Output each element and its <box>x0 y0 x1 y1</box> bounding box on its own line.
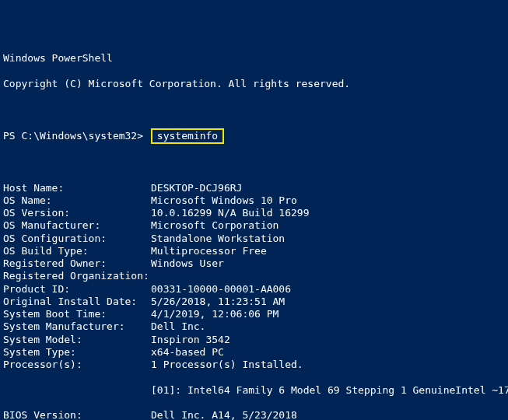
processor-detail: [01]: Intel64 Family 6 Model 69 Stepping… <box>3 384 508 397</box>
output-row: Original Install Date:5/26/2018, 11:23:5… <box>3 296 505 308</box>
output-row: BIOS Version:Dell Inc. A14, 5/23/2018 <box>3 409 505 420</box>
output-row: OS Build Type:Multiprocessor Free <box>3 245 505 257</box>
output-label: Original Install Date: <box>3 296 151 308</box>
output-label: System Model: <box>3 334 151 346</box>
output-label: Registered Owner: <box>3 257 151 270</box>
output-label: Processor(s): <box>3 359 151 371</box>
output-label: BIOS Version: <box>3 409 151 420</box>
output-value: DESKTOP-DCJ96RJ <box>151 182 242 194</box>
output-value: Microsoft Corporation <box>151 219 279 231</box>
output-label: Host Name: <box>3 182 151 194</box>
output-row: Processor(s):1 Processor(s) Installed. <box>3 359 505 371</box>
blank-line <box>3 156 505 169</box>
output-row: System Model:Inspiron 3542 <box>3 334 505 346</box>
output-label: OS Manufacturer: <box>3 219 151 232</box>
prompt-prefix: PS C:\Windows\system32> <box>3 130 149 142</box>
output-row: Registered Owner:Windows User <box>3 257 505 270</box>
output-value: 5/26/2018, 11:23:51 AM <box>151 296 285 307</box>
ps-title: Windows PowerShell <box>3 52 505 65</box>
output-value: x64-based PC <box>151 346 224 358</box>
output-row: System Type:x64-based PC <box>3 346 505 359</box>
output-value: Windows User <box>151 257 224 269</box>
output-row: OS Manufacturer:Microsoft Corporation <box>3 219 505 232</box>
output-label: System Manufacturer: <box>3 320 151 333</box>
output-value: 00331-10000-00001-AA006 <box>151 283 291 295</box>
output-value: Standalone Workstation <box>151 233 285 244</box>
output-value: Inspiron 3542 <box>151 334 230 345</box>
output-label: System Boot Time: <box>3 308 151 320</box>
output-block-1: Host Name:DESKTOP-DCJ96RJOS Name:Microso… <box>3 182 505 372</box>
output-row: System Boot Time:4/1/2019, 12:06:06 PM <box>3 308 505 320</box>
output-label: System Type: <box>3 346 151 359</box>
output-row: System Manufacturer:Dell Inc. <box>3 320 505 333</box>
ps-copyright: Copyright (C) Microsoft Corporation. All… <box>3 78 505 90</box>
output-value: 1 Processor(s) Installed. <box>151 359 303 370</box>
prompt-line[interactable]: PS C:\Windows\system32> systeminfo <box>3 128 505 144</box>
blank-line <box>3 103 505 115</box>
output-value: 4/1/2019, 12:06:06 PM <box>151 308 279 320</box>
output-label: OS Name: <box>3 194 151 207</box>
command-highlight: systeminfo <box>151 128 224 144</box>
output-value: Dell Inc. A14, 5/23/2018 <box>151 409 297 420</box>
output-label: Registered Organization: <box>3 270 151 282</box>
output-row: Registered Organization: <box>3 270 505 282</box>
output-label: OS Configuration: <box>3 233 151 245</box>
output-block-2: BIOS Version:Dell Inc. A14, 5/23/2018Win… <box>3 409 505 420</box>
processor-detail-row: [01]: Intel64 Family 6 Model 69 Stepping… <box>3 384 505 397</box>
output-label: OS Build Type: <box>3 245 151 257</box>
output-label: Product ID: <box>3 283 151 296</box>
output-row: Product ID:00331-10000-00001-AA006 <box>3 283 505 296</box>
output-value: 10.0.16299 N/A Build 16299 <box>151 207 310 219</box>
output-row: OS Version:10.0.16299 N/A Build 16299 <box>3 207 505 219</box>
output-value: Multiprocessor Free <box>151 245 267 257</box>
output-value: Microsoft Windows 10 Pro <box>151 194 297 206</box>
output-row: OS Configuration:Standalone Workstation <box>3 233 505 245</box>
output-label: OS Version: <box>3 207 151 219</box>
output-row: Host Name:DESKTOP-DCJ96RJ <box>3 182 505 194</box>
output-row: OS Name:Microsoft Windows 10 Pro <box>3 194 505 207</box>
output-value: Dell Inc. <box>151 320 205 332</box>
